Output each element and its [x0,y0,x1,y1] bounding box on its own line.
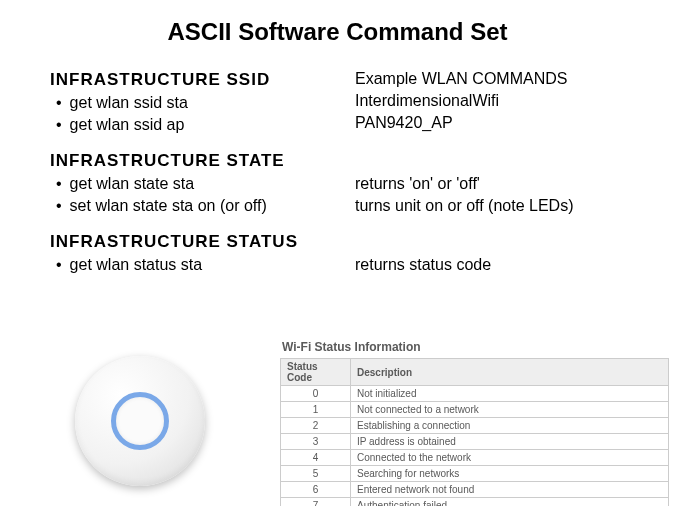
status-desc-cell: Entered network not found [351,482,669,498]
table-row: 7Authentication failed [281,498,669,507]
state-desc-0: returns 'on' or 'off' [355,173,635,195]
access-point-icon [75,356,205,486]
status-cmd-0: get wlan status sta [56,254,355,276]
status-desc-cell: Not initialized [351,386,669,402]
status-row: INFRASTRUCTURE STATUS get wlan status st… [50,218,635,276]
ssid-heading: INFRASTRUCTURE SSID [50,70,355,90]
page-title: ASCII Software Command Set [0,0,675,56]
table-row: 6Entered network not found [281,482,669,498]
status-table: Status Code Description 0Not initialized… [280,358,669,506]
ssid-example-0: InterdimensionalWifi [355,90,635,112]
example-header: Example WLAN COMMANDS [355,70,635,88]
th-code: Status Code [281,359,351,386]
status-desc-cell: Not connected to a network [351,402,669,418]
table-title: Wi-Fi Status Information [280,336,669,358]
status-desc-cell: Searching for networks [351,466,669,482]
status-desc-cell: Authentication failed [351,498,669,507]
status-desc-cell: Establishing a connection [351,418,669,434]
table-header-row: Status Code Description [281,359,669,386]
bottom-area: Wi-Fi Status Information Status Code Des… [0,336,675,506]
status-code-cell: 1 [281,402,351,418]
state-row: INFRASTRUCTURE STATE get wlan state sta … [50,137,635,218]
ssid-cmd-0: get wlan ssid sta [56,92,355,114]
state-desc-1: turns unit on or off (note LEDs) [355,195,635,217]
status-desc-cell: IP address is obtained [351,434,669,450]
status-code-cell: 2 [281,418,351,434]
status-code-cell: 6 [281,482,351,498]
status-table-wrap: Wi-Fi Status Information Status Code Des… [280,336,675,506]
th-desc: Description [351,359,669,386]
table-row: 4Connected to the network [281,450,669,466]
state-heading: INFRASTRUCTURE STATE [50,151,355,171]
status-code-cell: 3 [281,434,351,450]
table-row: 2Establishing a connection [281,418,669,434]
access-point-ring [111,392,169,450]
table-row: 3IP address is obtained [281,434,669,450]
status-code-cell: 5 [281,466,351,482]
status-heading: INFRASTRUCTURE STATUS [50,232,355,252]
device-image [0,336,280,506]
status-desc-cell: Connected to the network [351,450,669,466]
ssid-cmd-1: get wlan ssid ap [56,114,355,136]
content-area: INFRASTRUCTURE SSID get wlan ssid sta ge… [0,56,675,276]
table-row: 1Not connected to a network [281,402,669,418]
status-code-cell: 4 [281,450,351,466]
table-row: 0Not initialized [281,386,669,402]
table-row: 5Searching for networks [281,466,669,482]
ssid-example-1: PAN9420_AP [355,112,635,134]
state-cmd-1: set wlan state sta on (or off) [56,195,355,217]
ssid-row: INFRASTRUCTURE SSID get wlan ssid sta ge… [50,56,635,137]
state-cmd-0: get wlan state sta [56,173,355,195]
status-code-cell: 7 [281,498,351,507]
status-code-cell: 0 [281,386,351,402]
status-desc-0: returns status code [355,254,635,276]
